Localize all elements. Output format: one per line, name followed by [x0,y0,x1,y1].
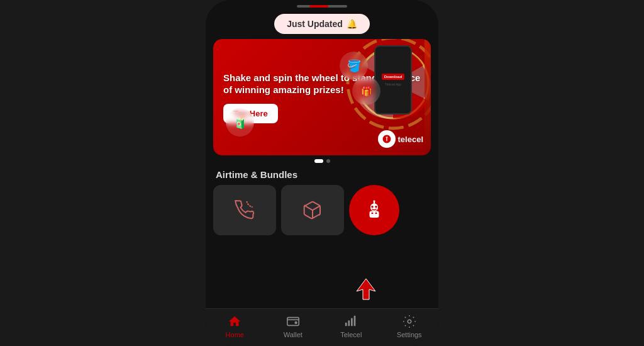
nav-item-settings[interactable]: Settings [391,314,428,338]
arrow-indicator [353,276,379,303]
telecel-brand-name: telecel [398,135,423,144]
banner-container[interactable]: 🪣 🧃 🎁 Shake and spin the wheel to stand … [213,39,431,155]
bundles-icon [303,200,323,220]
just-updated-badge[interactable]: Just Updated 🔔 [274,14,370,34]
svg-rect-11 [375,213,377,214]
signal-icon [343,314,358,329]
scroll-indicator [206,0,438,10]
airtime-bundles-title: Airtime & Bundles [206,167,438,185]
telecel-label: Telecel [340,331,362,338]
svg-rect-17 [348,320,350,326]
svg-point-8 [375,206,377,208]
service-grid [206,185,438,235]
robot-icon [363,199,386,221]
svg-point-15 [295,321,297,323]
phone-frame: Just Updated 🔔 [206,0,438,346]
bubble-prize-2: 🧃 [226,108,254,137]
calls-card[interactable] [213,185,276,235]
svg-rect-19 [354,316,356,326]
nav-item-telecel[interactable]: Telecel [332,314,370,338]
dot-2 [326,159,330,163]
svg-rect-18 [351,318,353,326]
home-label: Home [226,331,244,338]
nav-item-home[interactable]: Home [216,314,253,338]
svg-point-20 [408,320,411,323]
svg-rect-10 [372,213,374,214]
banner-slide[interactable]: 🪣 🧃 🎁 Shake and spin the wheel to stand … [213,39,431,155]
svg-point-7 [371,206,374,208]
settings-label: Settings [397,331,422,338]
wallet-label: Wallet [284,331,303,338]
wallet-icon [286,314,301,329]
gear-icon [402,314,417,329]
calls-icon [235,200,255,220]
bubble-prize-1: 🪣 [340,52,368,80]
bubble-prize-3: 🎁 [352,77,380,105]
svg-rect-14 [287,318,299,326]
nav-item-wallet[interactable]: Wallet [274,314,312,338]
dot-1 [314,159,323,163]
assistant-card[interactable] [349,185,399,235]
carousel-dots [206,155,438,167]
bottom-nav: Home Wallet Tel [206,308,438,346]
svg-rect-9 [370,211,379,218]
just-updated-container: Just Updated 🔔 [206,10,438,39]
svg-rect-16 [345,323,347,326]
banner-phone-mockup: Download Telecel App [374,45,412,114]
svg-point-13 [374,200,375,202]
just-updated-label: Just Updated [287,19,343,29]
bundles-card[interactable] [281,185,344,235]
home-icon [227,314,242,329]
bell-icon: 🔔 [347,19,357,29]
